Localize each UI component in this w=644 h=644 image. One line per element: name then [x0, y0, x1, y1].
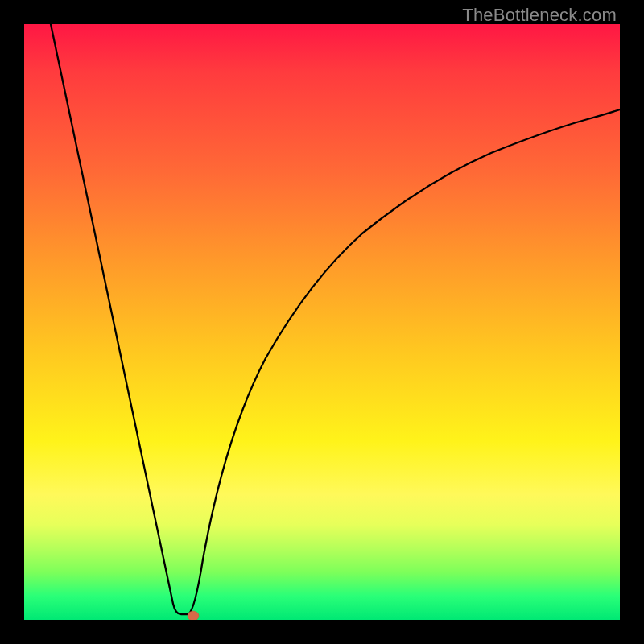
minimum-marker [188, 611, 199, 620]
plot-area [24, 24, 620, 620]
chart-frame: TheBottleneck.com [0, 0, 644, 644]
bottleneck-curve [24, 24, 620, 620]
curve-left-branch [51, 24, 188, 614]
curve-right-branch [188, 109, 620, 614]
watermark-text: TheBottleneck.com [462, 5, 617, 26]
